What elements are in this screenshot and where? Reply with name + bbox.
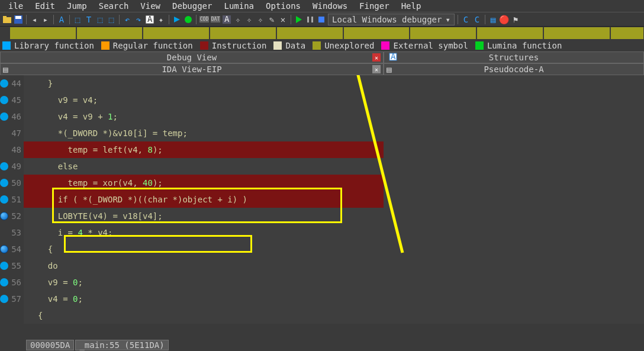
code-line[interactable]: i = 4 * v4; bbox=[24, 224, 384, 241]
list-icon[interactable]: ▤ bbox=[488, 15, 498, 24]
breakpoint-dot[interactable] bbox=[0, 179, 8, 187]
menu-item[interactable]: Debugger bbox=[166, 1, 218, 11]
green-dot-icon[interactable] bbox=[183, 15, 193, 24]
code-line[interactable]: LOBYTE(v4) = v18[v4]; bbox=[24, 208, 384, 224]
line-number[interactable]: 53 bbox=[0, 224, 21, 241]
code-icon[interactable]: COD bbox=[199, 15, 209, 24]
code-line[interactable]: { bbox=[24, 241, 384, 257]
code-line[interactable]: else bbox=[24, 158, 384, 175]
menu-item[interactable]: Finger bbox=[353, 1, 395, 11]
legend-label: Library function bbox=[14, 41, 94, 50]
save-icon[interactable] bbox=[14, 15, 23, 24]
breakpoint-dot[interactable] bbox=[0, 162, 8, 170]
code-view[interactable]: } v9 = v4; v4 = v9 + 1; *(_DWORD *)&v10[… bbox=[24, 75, 384, 324]
close-icon[interactable]: ✕ bbox=[372, 65, 381, 73]
line-number[interactable]: 49 bbox=[0, 158, 21, 175]
struct-icon[interactable]: ⬚ bbox=[107, 15, 116, 24]
run-icon[interactable] bbox=[294, 15, 304, 24]
line-number[interactable]: 50 bbox=[0, 175, 21, 191]
line-number[interactable]: 51 bbox=[0, 191, 21, 208]
menu-item[interactable]: Lumina bbox=[218, 1, 260, 11]
line-number[interactable]: 57 bbox=[0, 291, 21, 307]
subtab-ida-view[interactable]: ▤ IDA View-EIP ✕ bbox=[0, 63, 384, 75]
line-number[interactable]: 54 bbox=[0, 241, 21, 257]
menu-item[interactable]: ile bbox=[2, 1, 29, 11]
star-icon[interactable]: ✦ bbox=[156, 15, 166, 24]
struct-icon: A bbox=[389, 53, 397, 63]
breakpoint-dot[interactable] bbox=[0, 195, 8, 204]
menu-item[interactable]: Jump bbox=[61, 1, 93, 11]
line-number[interactable]: 44 bbox=[0, 75, 21, 92]
status-function: _main:55 (5E11DA) bbox=[75, 340, 168, 350]
open-icon[interactable] bbox=[2, 15, 12, 24]
menu-item[interactable]: View bbox=[134, 1, 166, 11]
undo-icon[interactable]: ↶ bbox=[123, 15, 132, 24]
blue-tri-icon[interactable] bbox=[172, 15, 182, 24]
svg-rect-11 bbox=[307, 17, 309, 22]
line-number[interactable]: 47 bbox=[0, 125, 21, 141]
menu-item[interactable]: Search bbox=[93, 1, 135, 11]
breakpoint-dot[interactable] bbox=[0, 295, 8, 303]
wand-icon[interactable]: ✧ bbox=[233, 15, 243, 24]
code-line[interactable]: *(_DWORD *)&v10[i] = temp; bbox=[24, 125, 384, 141]
menu-item[interactable]: Help bbox=[395, 1, 427, 11]
hex-t-icon[interactable]: T bbox=[84, 15, 94, 24]
nav-bar[interactable] bbox=[0, 27, 644, 40]
hex-n-icon[interactable]: ⬚ bbox=[95, 15, 105, 24]
line-number[interactable]: 46 bbox=[0, 108, 21, 125]
line-number[interactable]: 52 bbox=[0, 208, 21, 224]
subtab-pseudocode[interactable]: ▤ Pseudocode-A bbox=[384, 63, 644, 75]
menu-item[interactable]: Edit bbox=[29, 1, 61, 11]
redo-icon[interactable]: ↷ bbox=[134, 15, 143, 24]
breakpoint-dot[interactable] bbox=[0, 212, 8, 220]
line-number[interactable] bbox=[0, 307, 21, 324]
bp-red-icon[interactable]: 🔴 bbox=[500, 15, 509, 24]
code-line[interactable]: temp = xor(v4, 40); bbox=[24, 175, 384, 191]
c-icon[interactable]: C bbox=[461, 15, 471, 24]
menu-item[interactable]: Windows bbox=[307, 1, 353, 11]
code-line[interactable]: do bbox=[24, 257, 384, 274]
c2-icon[interactable]: C bbox=[472, 15, 482, 24]
code-line[interactable]: temp = left(v4, 8); bbox=[24, 141, 384, 158]
code-line[interactable]: if ( *(_DWORD *)((char *)object + i) ) bbox=[24, 191, 384, 208]
code-line[interactable]: v9 = v4; bbox=[24, 92, 384, 108]
legend-swatch bbox=[273, 41, 282, 50]
breakpoint-dot[interactable] bbox=[0, 112, 8, 121]
line-number[interactable]: 56 bbox=[0, 274, 21, 291]
flag-icon[interactable]: ⚑ bbox=[511, 15, 520, 24]
breakpoint-dot[interactable] bbox=[0, 96, 8, 104]
code-line[interactable]: v9 = 0; bbox=[24, 274, 384, 291]
line-number[interactable]: 45 bbox=[0, 92, 21, 108]
cross-icon[interactable]: ✕ bbox=[278, 15, 288, 24]
pause-icon[interactable] bbox=[305, 15, 315, 24]
box-a-icon[interactable]: A bbox=[145, 15, 154, 24]
close-icon[interactable]: ✕ bbox=[372, 53, 381, 62]
nav-fwd-icon[interactable]: ▸ bbox=[41, 15, 50, 24]
tab-label: Structures bbox=[489, 53, 539, 62]
debugger-select[interactable]: Local Windows debugger▾ bbox=[328, 14, 455, 25]
text-a-icon[interactable]: A bbox=[57, 15, 66, 24]
menu-item[interactable]: Options bbox=[260, 1, 307, 11]
wand-plus-icon[interactable]: ✧ bbox=[256, 15, 265, 24]
nav-back-icon[interactable]: ◂ bbox=[30, 15, 39, 24]
tab-debug-view[interactable]: Debug View ✕ bbox=[0, 51, 384, 63]
line-number[interactable]: 48 bbox=[0, 141, 21, 158]
code-line[interactable]: } bbox=[24, 75, 384, 92]
pseudocode-pane[interactable] bbox=[384, 75, 644, 324]
code-line[interactable]: { bbox=[24, 307, 384, 324]
edit-icon[interactable]: ✎ bbox=[267, 15, 276, 24]
wand-minus-icon[interactable]: ✧ bbox=[244, 15, 254, 24]
binary-icon[interactable]: ⬚ bbox=[73, 15, 82, 24]
data-icon[interactable]: DAT bbox=[211, 15, 220, 24]
code-line[interactable]: v4 = v9 + 1; bbox=[24, 108, 384, 125]
breakpoint-dot[interactable] bbox=[0, 262, 8, 270]
breakpoint-dot[interactable] bbox=[0, 79, 8, 88]
tab-structures[interactable]: A Structures bbox=[384, 51, 644, 63]
legend-label: Data bbox=[285, 41, 305, 50]
stop-icon[interactable] bbox=[317, 15, 326, 24]
code-line[interactable]: v4 = 0; bbox=[24, 291, 384, 307]
breakpoint-dot[interactable] bbox=[0, 278, 8, 286]
line-number[interactable]: 55 bbox=[0, 257, 21, 274]
box-a2-icon[interactable]: A bbox=[222, 15, 231, 24]
breakpoint-dot[interactable] bbox=[0, 245, 8, 253]
